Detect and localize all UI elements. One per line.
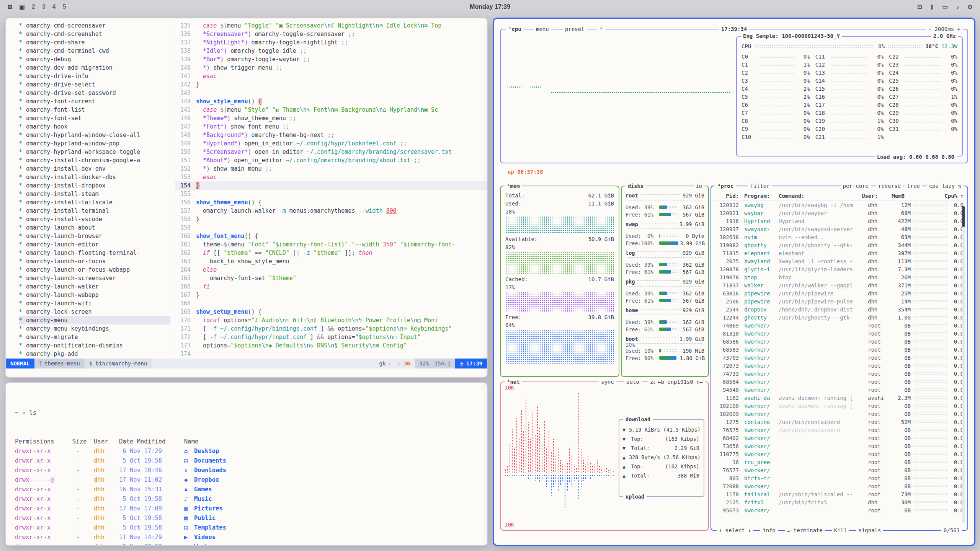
file-item[interactable]: *omarchy-launch-screensaver [19, 274, 175, 282]
code-line[interactable]: 156show_theme_menu() { [175, 198, 487, 207]
process-row[interactable]: 1170tailscal/usr/sbin/tailscaled --root7… [715, 490, 964, 498]
file-item[interactable]: *omarchy-font-current [19, 97, 175, 106]
proc-column-header[interactable]: User: [862, 193, 886, 199]
file-item[interactable]: *omarchy-pkg-add [19, 350, 175, 358]
file-item[interactable]: *omarchy-install-chromium-google-a [19, 156, 175, 165]
file-item[interactable]: *omarchy-lock-screen [19, 308, 175, 316]
code-line[interactable]: 148 *Background*) omarchy-theme-bg-next … [175, 131, 487, 139]
process-row[interactable]: 16rcu_preeroot0B0.0 [715, 458, 964, 466]
ls-row[interactable]: drwx------@-dhh17 Nov 11:02◆Dropbox [15, 475, 478, 485]
process-row[interactable]: 2544dropbox/home/dhh/.dropbox-distdhh354… [715, 305, 964, 313]
process-row[interactable]: 120921waybar/usr/bin/waybardhh68M0.0 [715, 209, 964, 217]
code-line[interactable]: 144show_style_menu() { [175, 97, 487, 106]
process-row[interactable]: 2075XwaylandXwayland :1 -rootless -dhh11… [715, 257, 964, 265]
file-item[interactable]: *omarchy-menu-keybindings [19, 324, 175, 333]
process-row[interactable]: 68402kworker/root0B0.0 [715, 434, 964, 442]
file-item[interactable]: *omarchy-launch-about [19, 223, 175, 232]
code-line[interactable]: 139 *Bar*) omarchy-toggle-waybar ;; [175, 55, 487, 64]
proc-footer-item-4[interactable]: signals [856, 527, 883, 534]
code-line[interactable]: 137 *NightLight*) omarchy-toggle-nightli… [175, 38, 487, 47]
code-line[interactable]: 140 *) show_trigger_menu ;; [175, 64, 487, 72]
workspace-icon-1[interactable]: ⊞ [8, 3, 13, 10]
file-item[interactable]: *omarchy-install-dev-env [19, 165, 175, 173]
proc-column-header[interactable]: Cpu% [941, 193, 957, 199]
proc-column-header[interactable]: MemB [886, 193, 905, 199]
process-row[interactable]: 95673kworker/root0B0.0 [715, 506, 964, 514]
process-row[interactable]: 68583kworker/root0B0.0 [715, 346, 964, 354]
proc-footer-item-2[interactable]: ↵ terminate [785, 527, 825, 534]
interval-minus-button[interactable]: - [928, 26, 931, 32]
process-row[interactable]: 1916HyprlandHyprlanddhh422M0.0 [715, 217, 964, 225]
file-item[interactable]: *omarchy-cmd-share [19, 38, 175, 47]
filter-button[interactable]: filter [748, 182, 772, 190]
settings-icon[interactable]: ⊙ [967, 3, 972, 10]
code-line[interactable]: 169show_setup_menu() { [175, 308, 487, 316]
process-row[interactable]: 102638nvimnvim --embed .dhh63M0.0 [715, 233, 964, 241]
ls-row[interactable]: drwxr-xr-x-dhh 5 Oct 19:58▤Documents [15, 456, 478, 466]
process-row[interactable]: 120937swayosd-/usr/bin/swayosd-serverdhh… [715, 225, 964, 233]
process-row[interactable]: 76575kworker//usr/bin/containerdroot0B0.… [715, 426, 964, 434]
tab-mem[interactable]: ²mem [505, 182, 522, 190]
code-line[interactable]: 173 options="$options\n◆ Defaults\n◇ DNS… [175, 341, 487, 350]
ls-row[interactable]: drwxr-xr-x-dhh16 Nov 15:31♟Games [15, 485, 478, 494]
proc-column-header[interactable]: Pid: [715, 193, 739, 199]
terminal-window[interactable]: ~ › ls PermissionsSizeUserDate ModifiedN… [5, 382, 488, 546]
directory-name[interactable]: ▤Public [184, 514, 478, 523]
workspace-4[interactable]: 4 [52, 3, 56, 10]
file-item[interactable]: *omarchy-debug [19, 55, 175, 64]
net-interface[interactable]: ←b enp191s0 n→ [655, 378, 705, 386]
process-row[interactable]: 81310kworker/root0B0.0 [715, 329, 964, 337]
code-line[interactable]: 167} [175, 291, 487, 299]
file-item[interactable]: *omarchy-cmd-terminal-cwd [19, 47, 175, 55]
disks-title[interactable]: disks [626, 182, 646, 190]
file-item[interactable]: *omarchy-drive-set-password [19, 89, 175, 97]
io-toggle[interactable]: io [694, 182, 704, 190]
process-row[interactable]: 1162avahi-daavahi-daemon: running [avahi… [715, 394, 964, 402]
file-item[interactable]: *omarchy-notification-dismiss [19, 341, 175, 350]
code-line[interactable]: 150 *Screensaver*) open_in_editor ~/.con… [175, 148, 487, 156]
workspace-2[interactable]: 2 [32, 3, 35, 10]
per-core-button[interactable]: per-core [841, 182, 871, 190]
file-item[interactable]: *omarchy-install-terminal [19, 207, 175, 215]
code-line[interactable]: 171 [ -f ~/.config/hypr/bindings.conf ] … [175, 324, 487, 333]
net-sync-button[interactable]: sync [599, 378, 616, 386]
code-line[interactable]: 152 *) show_main_menu ;; [175, 165, 487, 173]
proc-footer-item-0[interactable]: ↑ select ↓ [717, 527, 753, 534]
file-item[interactable]: *omarchy-launch-wifi [19, 299, 175, 308]
code-line[interactable]: 142} [175, 80, 487, 89]
code-line[interactable]: 153 esac [175, 173, 487, 181]
file-item[interactable]: *omarchy-launch-browser [19, 232, 175, 240]
file-item[interactable]: *omarchy-hyprland-window-close-all [19, 131, 175, 139]
directory-name[interactable]: ▶Videos [184, 533, 478, 542]
ls-row[interactable]: drwxr-xr-x-dhh 6 Nov 17:29⌂Desktop [15, 447, 478, 456]
process-row[interactable]: 68586kworker/root0B0.0 [715, 337, 964, 346]
process-row[interactable]: 120912swaybg/usr/bin/swaybg -i /homdhh12… [715, 201, 964, 209]
directory-name[interactable]: ⌂Desktop [184, 447, 478, 456]
preset-button[interactable]: preset [563, 25, 587, 33]
code-line[interactable]: 159 [175, 223, 487, 232]
iface-prev-button[interactable]: ←b [658, 379, 664, 385]
directory-name[interactable]: ♟Games [184, 485, 478, 494]
interval-plus-button[interactable]: + [957, 26, 960, 32]
code-line[interactable]: 145 case $(menu "Style" "◐ Theme\n✎ Font… [175, 106, 487, 114]
process-row[interactable]: 73656kworker/root0B0.0 [715, 442, 964, 450]
process-row[interactable]: 74733kworker/root0B0.0 [715, 370, 964, 378]
workspace-5[interactable]: 5 [62, 3, 66, 10]
file-item[interactable]: *omarchy-cmd-screenshot [19, 30, 175, 38]
refresh-interval[interactable]: - 2000ms + [926, 25, 963, 33]
process-row[interactable]: 94540kworker/root0B0.0 [715, 386, 964, 394]
file-item[interactable]: *omarchy-launch-or-focus [19, 257, 175, 266]
code-line[interactable]: 164 else [175, 266, 487, 274]
code-line[interactable]: 160show_font_menu() { [175, 232, 487, 240]
code-line[interactable]: 146 *Theme*) show_theme_menu ;; [175, 114, 487, 122]
file-item[interactable]: *omarchy-drive-info [19, 72, 175, 80]
ls-row[interactable]: drwxr-xr-x-dhh 5 Oct 19:58▤Templates [15, 523, 478, 533]
file-item[interactable]: *omarchy-hyprland-window-pop [19, 139, 175, 148]
code-line[interactable]: 166 fi [175, 282, 487, 291]
tree-button[interactable]: tree [905, 182, 922, 190]
directory-name[interactable]: ⇩Downloads [184, 466, 478, 475]
screencast-icon[interactable]: ⊡ [917, 3, 922, 10]
ls-row[interactable]: drwxr-xr-x-dhh11 Nov 14:29▶Videos [15, 533, 478, 542]
file-item[interactable]: *omarchy-launch-editor [19, 240, 175, 249]
directory-name[interactable]: ▤Documents [184, 456, 478, 466]
